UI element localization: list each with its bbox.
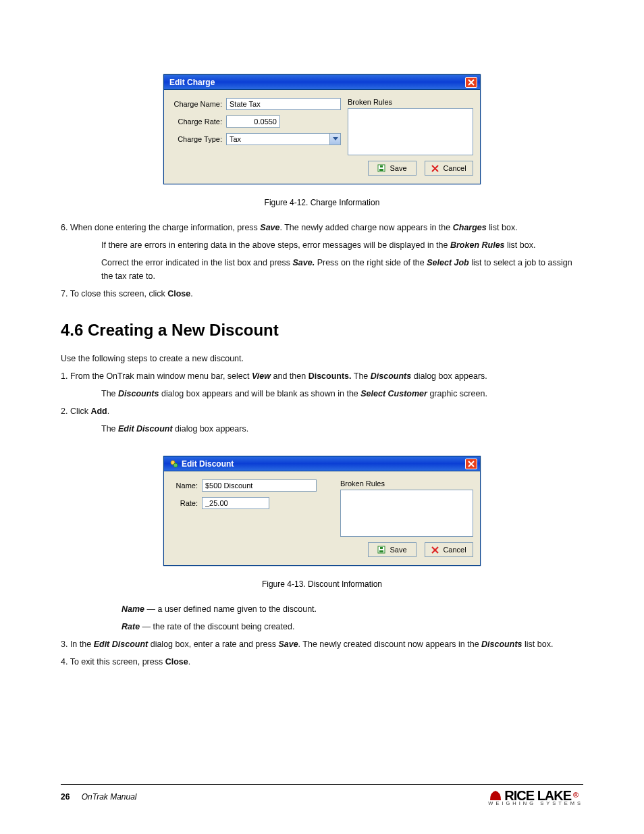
discount-name-input[interactable] [202,479,317,492]
logo-icon [488,789,503,802]
svg-rect-7 [380,547,383,549]
edit-discount-dialog: Edit Discount Name: Rate: Broken Rules [163,456,481,566]
manual-text: 6. When done entering the charge informa… [61,221,583,301]
charge-type-label: Charge Type: [171,135,222,143]
close-icon[interactable] [465,459,477,469]
cancel-button[interactable]: Cancel [425,542,473,557]
discount-name-label: Name: [171,481,198,490]
svg-rect-6 [379,550,383,552]
titlebar: Edit Charge [164,75,480,90]
broken-rules-label: Broken Rules [348,98,473,106]
broken-rules-label: Broken Rules [340,479,473,488]
discount-rate-label: Rate: [171,499,198,507]
charge-name-input[interactable] [226,98,341,110]
cancel-button-label: Cancel [443,546,466,554]
window-title: Edit Discount [182,459,234,469]
page-footer: 26 OnTrak Manual RICE LAKE® WEIGHING SYS… [61,784,583,806]
close-icon[interactable] [465,77,477,88]
charge-rate-label: Charge Rate: [171,118,222,126]
window-title: Edit Charge [169,78,215,87]
manual-text-2: Use the following steps to create a new … [61,352,583,436]
cancel-icon [431,546,439,554]
section-heading: 4.6 Creating a New Discount [61,321,583,340]
discount-rate-input[interactable] [202,497,269,509]
charge-name-label: Charge Name: [171,100,222,108]
charge-type-value: Tax [227,135,329,143]
manual-name: OnTrak Manual [82,792,137,802]
save-button[interactable]: Save [368,542,417,557]
save-button-label: Save [390,546,406,554]
charge-type-select[interactable]: Tax [226,133,341,145]
chevron-down-icon[interactable] [329,134,340,145]
broken-rules-listbox[interactable] [348,108,473,155]
save-button-label: Save [390,164,406,172]
cancel-icon [431,165,439,172]
svg-rect-1 [379,169,383,171]
page-number: 26 [61,792,70,802]
broken-rules-listbox[interactable] [340,490,473,537]
svg-point-4 [173,463,178,467]
manual-text-3: Name — a user defined name given to the … [61,602,583,669]
save-icon [377,164,385,172]
titlebar: Edit Discount [164,457,480,471]
save-icon [377,546,385,554]
discount-icon [169,459,179,469]
svg-rect-2 [380,165,383,167]
save-button[interactable]: Save [368,161,417,176]
edit-charge-dialog: Edit Charge Charge Name: Charge Rate: Ch… [163,74,481,184]
figure-caption: Figure 4-12. Charge Information [61,198,583,207]
cancel-button[interactable]: Cancel [425,161,473,176]
charge-rate-input[interactable] [226,115,280,128]
cancel-button-label: Cancel [443,164,466,172]
brand-logo: RICE LAKE® WEIGHING SYSTEMS [488,789,583,806]
figure-caption: Figure 4-13. Discount Information [61,579,583,589]
document-page: Edit Charge Charge Name: Charge Rate: Ch… [0,0,644,834]
